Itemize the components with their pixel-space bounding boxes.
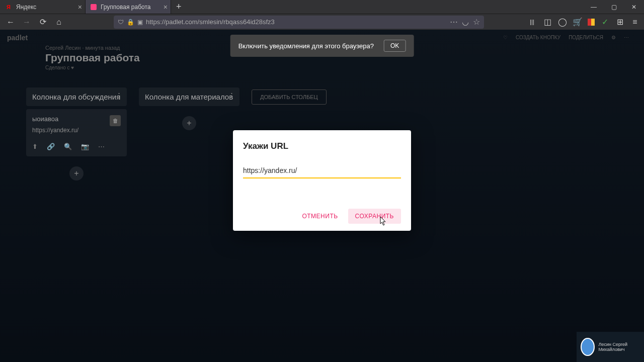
post-card[interactable]: 🗑 ыоиавоа https://yandex.ru/ ⬆ 🔗 🔍 📷 ⋯: [26, 109, 127, 156]
create-button[interactable]: СОЗДАТЬ КНОПКУ: [516, 35, 560, 40]
url-bar[interactable]: 🛡 🔒 ▣ https://padlet.com/smlesin/rbqass6…: [114, 16, 484, 29]
reload-button[interactable]: ⟳: [36, 16, 49, 29]
url-input[interactable]: [243, 163, 401, 178]
shield-icon: 🛡: [118, 19, 124, 26]
url-text: https://padlet.com/smlesin/rbqass64id28s…: [146, 18, 447, 26]
board-actions: ♡ СОЗДАТЬ КНОПКУ ПОДЕЛИТЬСЯ ⚙ ⋯: [503, 35, 629, 40]
camera-icon[interactable]: 📷: [81, 143, 89, 150]
browser-tab-strip: Я Яндекс × Групповая работа × + — ▢ ✕: [0, 0, 644, 14]
lock-icon: 🔒: [127, 19, 134, 26]
home-button[interactable]: ⌂: [52, 16, 65, 29]
column-materials: Колонка для материалов ⋮ +: [139, 87, 239, 130]
card-tools: ⬆ 🔗 🔍 📷 ⋯: [32, 143, 121, 150]
more-icon[interactable]: ⋯: [624, 35, 629, 40]
account-icon[interactable]: ◯: [557, 17, 568, 27]
minimize-button[interactable]: —: [584, 0, 604, 14]
page-actions-icon[interactable]: ⋯: [450, 17, 458, 27]
column-header[interactable]: Колонка для материалов ⋮: [139, 87, 239, 106]
extensions-icon[interactable]: ⊞: [615, 17, 625, 27]
window-controls: — ▢ ✕: [584, 0, 644, 14]
notification-ok-button[interactable]: OK: [384, 40, 406, 52]
column-discussion: Колонка для обсуждения ⋮ 🗑 ыоиавоа https…: [26, 87, 127, 180]
flag-icon[interactable]: [588, 19, 595, 26]
link-icon[interactable]: 🔗: [47, 143, 55, 150]
padlet-header: Сергей Лесин · минута назад Групповая ра…: [45, 45, 140, 70]
heart-icon[interactable]: ♡: [503, 35, 508, 40]
delete-icon[interactable]: 🗑: [110, 115, 121, 126]
column-menu-icon[interactable]: ⋮: [228, 92, 235, 101]
reader-icon[interactable]: ◡: [462, 17, 469, 27]
check-icon[interactable]: ✓: [600, 17, 610, 27]
library-icon[interactable]: ⫼: [527, 17, 537, 27]
yandex-favicon: Я: [5, 4, 12, 11]
tab-title: Групповая работа: [101, 4, 150, 11]
browser-tab-padlet[interactable]: Групповая работа ×: [86, 0, 171, 14]
forward-button[interactable]: →: [20, 16, 33, 29]
new-tab-button[interactable]: +: [171, 2, 187, 12]
permission-icon: ▣: [137, 19, 143, 26]
user-badge[interactable]: Лесин Сергей Михайлович: [577, 332, 644, 362]
author-info: Сергей Лесин · минута назад: [45, 45, 140, 51]
tab-title: Яндекс: [16, 4, 36, 11]
page-content: padlet Сергей Лесин · минута назад Групп…: [0, 30, 644, 362]
upload-icon[interactable]: ⬆: [32, 143, 38, 150]
card-url: https://yandex.ru/: [32, 127, 121, 134]
avatar: [581, 338, 595, 356]
user-name: Лесин Сергей Михайлович: [599, 342, 640, 352]
made-with: Сделано с ♥: [45, 65, 140, 70]
search-icon[interactable]: 🔍: [64, 143, 72, 150]
back-button[interactable]: ←: [4, 16, 17, 29]
browser-tab-yandex[interactable]: Я Яндекс ×: [0, 0, 86, 14]
cart-icon[interactable]: 🛒: [573, 17, 583, 27]
board-title[interactable]: Групповая работа: [45, 52, 140, 64]
add-column-button[interactable]: ДОБАВИТЬ СТОЛБЕЦ: [252, 89, 327, 105]
padlet-logo[interactable]: padlet: [7, 34, 28, 42]
card-title[interactable]: ыоиавоа: [32, 115, 121, 123]
column-menu-icon[interactable]: ⋮: [115, 92, 123, 101]
notification-bar: Включить уведомления для этого браузера?…: [230, 35, 414, 57]
close-button[interactable]: ✕: [624, 0, 644, 14]
modal-title: Укажи URL: [243, 141, 401, 151]
column-header[interactable]: Колонка для обсуждения ⋮: [26, 87, 127, 106]
save-button[interactable]: СОХРАНИТЬ: [348, 209, 401, 224]
close-icon[interactable]: ×: [164, 3, 168, 11]
settings-icon[interactable]: ⚙: [611, 35, 616, 40]
maximize-button[interactable]: ▢: [604, 0, 624, 14]
share-button[interactable]: ПОДЕЛИТЬСЯ: [569, 35, 603, 40]
notification-text: Включить уведомления для этого браузера?: [238, 42, 374, 50]
browser-toolbar: ← → ⟳ ⌂ 🛡 🔒 ▣ https://padlet.com/smlesin…: [0, 14, 644, 30]
more-icon[interactable]: ⋯: [98, 143, 105, 150]
add-card-button[interactable]: +: [182, 116, 196, 130]
padlet-favicon: [91, 4, 97, 10]
menu-icon[interactable]: ≡: [630, 17, 640, 27]
bookmark-icon[interactable]: ☆: [473, 17, 480, 27]
close-icon[interactable]: ×: [78, 3, 82, 11]
add-card-button[interactable]: +: [69, 166, 84, 180]
url-modal: Укажи URL ОТМЕНИТЬ СОХРАНИТЬ: [233, 130, 411, 231]
cancel-button[interactable]: ОТМЕНИТЬ: [295, 209, 345, 224]
sidebar-icon[interactable]: ◫: [542, 17, 552, 27]
modal-actions: ОТМЕНИТЬ СОХРАНИТЬ: [243, 209, 401, 224]
